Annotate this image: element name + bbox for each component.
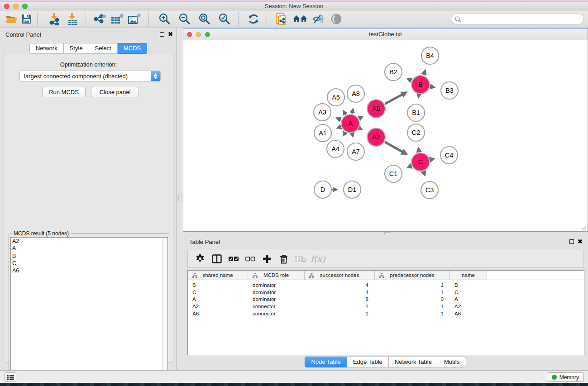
zoom-in-icon[interactable] (157, 12, 172, 26)
network-window-titlebar[interactable]: testGlobe.txt (183, 29, 588, 40)
export-image-icon[interactable] (127, 12, 142, 26)
graph-node-A7[interactable]: A7 (347, 143, 364, 160)
run-mcds-button[interactable]: Run MCDS (42, 87, 86, 97)
svg-text:A6: A6 (372, 105, 380, 112)
graph-node-C3[interactable]: C3 (421, 181, 438, 199)
graph-node-C[interactable]: C (411, 153, 430, 171)
mcds-result-list[interactable]: A2ABCA6 (10, 237, 168, 385)
deselect-all-rows-icon[interactable] (242, 251, 258, 267)
tab-network[interactable]: Network (29, 43, 64, 54)
tab-style[interactable]: Style (64, 43, 89, 54)
column-header-name[interactable]: name (450, 271, 487, 280)
first-neighbors-icon[interactable] (292, 12, 308, 26)
graph-node-B2[interactable]: B2 (385, 63, 402, 81)
tab-node-table[interactable]: Node Table (305, 357, 347, 367)
search-input[interactable] (463, 14, 581, 24)
minimize-window-button[interactable] (13, 4, 19, 9)
graph-node-A4[interactable]: A4 (327, 140, 344, 157)
network-canvas[interactable]: B4B2BB3A8A5A6A3B1AC2A1A2A4A7C4CC1C3DD1 (184, 41, 587, 231)
graph-node-B4[interactable]: B4 (421, 47, 439, 64)
table-cell: C (450, 290, 487, 295)
memory-status-icon (552, 375, 557, 380)
close-panel-icon[interactable]: ✖ (168, 31, 173, 38)
table-close-icon[interactable]: ✖ (578, 238, 583, 245)
svg-text:D1: D1 (348, 186, 357, 193)
task-history-button[interactable] (5, 372, 16, 381)
mcds-result-item[interactable]: A6 (11, 267, 167, 274)
table-row[interactable]: Bdominator41B (188, 281, 584, 289)
zoom-window-button[interactable] (22, 4, 28, 9)
svg-text:A8: A8 (352, 90, 360, 97)
export-table-icon[interactable] (110, 12, 125, 26)
table-float-icon[interactable] (569, 239, 574, 244)
network-zoom-button[interactable] (205, 32, 210, 37)
graph-node-D1[interactable]: D1 (344, 181, 361, 198)
tab-mcds[interactable]: MCDS (118, 43, 147, 54)
graph-node-A[interactable]: A (341, 114, 359, 133)
float-panel-icon[interactable] (160, 32, 164, 37)
export-network-icon[interactable] (92, 12, 108, 26)
refresh-layout-icon[interactable] (246, 12, 261, 26)
tab-network-table[interactable]: Network Table (389, 357, 438, 367)
cytoscape-app: Session: New Session (0, 0, 588, 386)
delete-column-icon[interactable] (275, 251, 292, 267)
column-header-successor-nodes[interactable]: successor nodes (305, 271, 375, 280)
mcds-result-item[interactable]: C (11, 260, 167, 267)
table-cell: 1 (305, 311, 375, 316)
close-window-button[interactable] (4, 4, 10, 9)
network-minimize-button[interactable] (196, 32, 201, 37)
table-row[interactable]: A2connector11A2 (188, 303, 584, 310)
table-row[interactable]: A6connector11A6 (188, 310, 584, 317)
open-session-icon[interactable] (4, 12, 19, 26)
import-table-icon[interactable] (65, 12, 80, 26)
column-header-shared-name[interactable]: shared name (188, 271, 248, 280)
graph-node-D[interactable]: D (314, 181, 331, 198)
zoom-fit-icon[interactable] (197, 12, 212, 26)
tab-motifs[interactable]: Motifs (438, 357, 466, 367)
show-hidden-icon[interactable] (329, 12, 344, 26)
column-manager-icon[interactable] (208, 251, 225, 267)
table-settings-gear-icon[interactable] (191, 251, 208, 267)
graph-node-C1[interactable]: C1 (385, 165, 402, 182)
mcds-result-item[interactable]: B (11, 253, 167, 260)
vertical-split-handle[interactable] (178, 195, 182, 201)
window-resize-grip[interactable] (581, 224, 587, 230)
import-network-icon[interactable] (47, 12, 62, 26)
copy-current-style-icon[interactable] (274, 12, 290, 26)
tab-select[interactable]: Select (89, 43, 118, 54)
graph-node-A6[interactable]: A6 (367, 100, 385, 118)
select-all-rows-icon[interactable] (225, 251, 242, 267)
hide-selected-icon[interactable] (311, 12, 326, 26)
graph-node-C2[interactable]: C2 (407, 124, 425, 141)
table-header-row: shared nameMCDS rolesuccessor nodesprede… (188, 271, 584, 280)
memory-button[interactable]: Memory (547, 372, 584, 382)
mcds-result-item[interactable]: A (11, 245, 167, 252)
graph-node-B[interactable]: B (411, 76, 430, 94)
column-header-predecessor-nodes[interactable]: predecessor nodes (375, 271, 450, 280)
graph-node-B1[interactable]: B1 (407, 104, 425, 121)
zoom-out-icon[interactable] (177, 12, 192, 26)
graph-node-C4[interactable]: C4 (440, 147, 458, 164)
table-row[interactable]: Cdominator41C (188, 289, 584, 296)
criterion-dropdown[interactable]: largest connected component (directed) (19, 71, 161, 81)
graph-node-A5[interactable]: A5 (327, 89, 344, 106)
graph-node-A3[interactable]: A3 (314, 104, 331, 121)
network-close-button[interactable] (187, 32, 192, 37)
graph-node-A8[interactable]: A8 (347, 85, 364, 102)
graph-arrowhead (430, 84, 436, 90)
table-row[interactable]: Adominator80A (188, 296, 584, 303)
save-session-icon[interactable] (19, 12, 34, 26)
graph-node-A1[interactable]: A1 (314, 124, 331, 142)
mcds-result-item[interactable]: A2 (11, 238, 167, 245)
zoom-selected-icon[interactable] (217, 12, 232, 26)
tab-edge-table[interactable]: Edge Table (347, 357, 389, 367)
close-panel-button[interactable]: Close panel (91, 87, 139, 97)
table-cell: connector (248, 304, 305, 309)
node-table[interactable]: shared nameMCDS rolesuccessor nodesprede… (187, 270, 584, 355)
list-scrollbar[interactable] (162, 238, 167, 384)
graph-node-A2[interactable]: A2 (367, 128, 385, 146)
graph-node-B3[interactable]: B3 (441, 82, 458, 99)
create-column-icon[interactable] (258, 251, 275, 267)
svg-text:B2: B2 (389, 68, 397, 76)
column-header-MCDS-role[interactable]: MCDS role (248, 271, 305, 280)
